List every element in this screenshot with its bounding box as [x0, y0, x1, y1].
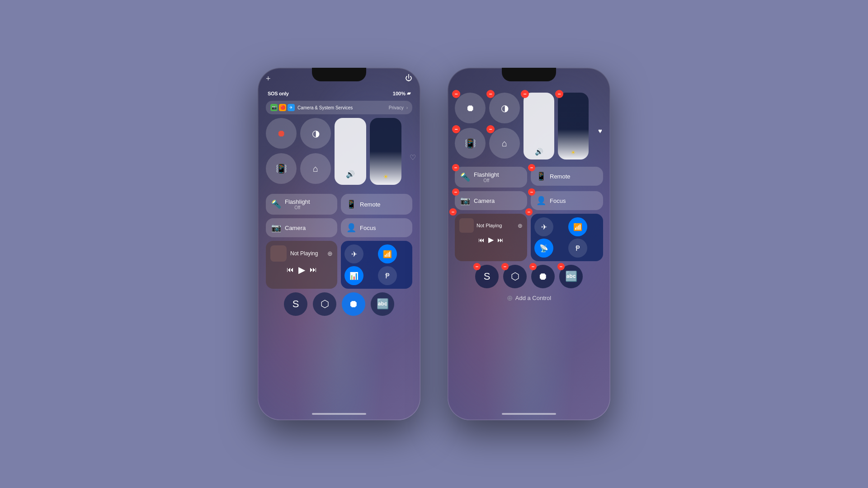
edit-remote-btn[interactable]: 📱 Remote — [531, 167, 603, 186]
minus-conn[interactable]: − — [525, 208, 533, 216]
action-buttons-row: 🔦 Flashlight Off 📱 Remote — [266, 194, 412, 215]
add-control-icon: ⊕ — [507, 294, 513, 302]
rewind-btn[interactable]: ⏮ — [287, 266, 294, 274]
flashlight-btn[interactable]: 🔦 Flashlight Off — [266, 194, 337, 215]
minus-record-btm[interactable]: − — [529, 263, 537, 270]
layers-btn[interactable]: ⬡ — [313, 292, 336, 316]
phone-2: ⏺ − ◑ − 📳 − — [448, 68, 610, 420]
minus-badge-bright[interactable]: − — [555, 90, 563, 98]
minus-badge-home[interactable]: − — [486, 125, 495, 133]
shazam-btn[interactable]: S — [284, 292, 307, 316]
edit-focus-btn[interactable]: 👤 Focus — [531, 191, 603, 210]
remote-label: Remote — [360, 201, 381, 208]
left-buttons-grid: ⏺ ◑ 📳 ⌂ — [266, 118, 331, 185]
volume-slider[interactable]: 🔊 — [335, 118, 366, 185]
media-artwork — [270, 245, 287, 262]
media-controls: ⏮ ▶ ⏭ — [270, 264, 333, 275]
edit-silent-btn[interactable]: 📳 — [455, 128, 486, 159]
home-btn[interactable]: ⌂ — [300, 153, 331, 184]
edit-volume-slider[interactable]: 🔊 − — [524, 93, 554, 160]
flashlight-sub: Off — [285, 205, 310, 210]
minus-translate[interactable]: − — [557, 263, 565, 270]
minus-badge-silent[interactable]: − — [452, 125, 460, 133]
edit-brightness-icon: ☀ — [571, 149, 576, 156]
minus-shazam[interactable]: − — [473, 263, 481, 270]
edit-airplay-icon[interactable]: ⊕ — [518, 222, 523, 229]
minus-camera[interactable]: − — [452, 188, 459, 196]
edit-silent-icon: 📳 — [465, 138, 476, 149]
edit-play[interactable]: ▶ — [488, 235, 494, 244]
record-btn[interactable]: ⏺ — [342, 292, 365, 316]
top-controls-row: ⏺ ◑ 📳 ⌂ 🔊 — [266, 118, 412, 185]
edit-bluetooth-btn[interactable]: Ᵽ — [568, 239, 587, 258]
connectivity-card: ✈ 📶 📊 Ᵽ — [341, 241, 412, 289]
edit-brightness-slider[interactable]: ☀ − — [558, 93, 589, 160]
dark-mode-btn[interactable]: ◑ — [300, 118, 331, 149]
battery-icon: ▰ — [407, 90, 410, 96]
silent-icon: 📳 — [276, 163, 287, 174]
edit-flashlight-label: Flashlight — [474, 171, 499, 178]
edit-home-wrapper: ⌂ − — [489, 128, 520, 160]
scene: + ⏻ SOS only 100% ▰ 📷 🔴 ✈ Camera & Syste… — [258, 68, 610, 420]
minus-media[interactable]: − — [449, 208, 457, 216]
edit-rewind[interactable]: ⏮ — [478, 235, 485, 244]
minus-flashlight[interactable]: − — [452, 164, 459, 171]
edit-flashlight-wrapper: 🔦 Flashlight Off − — [455, 167, 527, 188]
edit-not-playing: Not Playing — [476, 223, 502, 228]
home-indicator-2 — [502, 413, 556, 415]
minus-layers[interactable]: − — [501, 263, 509, 270]
edit-flashlight-btn[interactable]: 🔦 Flashlight Off — [455, 167, 527, 188]
edit-camera-label: Camera — [474, 197, 495, 204]
edit-record-btn[interactable]: ⏺ — [455, 93, 486, 123]
phone-1: + ⏻ SOS only 100% ▰ 📷 🔴 ✈ Camera & Syste… — [258, 68, 420, 420]
bluetooth-btn[interactable]: Ᵽ — [378, 266, 397, 285]
camera-btn[interactable]: 📷 Camera — [266, 218, 337, 237]
media-card: Not Playing ⊕ ⏮ ▶ ⏭ — [266, 241, 337, 289]
edit-cellular-btn[interactable]: 📡 — [534, 239, 553, 258]
focus-label: Focus — [360, 225, 376, 231]
edit-translate-wrapper: 🔤 − — [559, 265, 583, 288]
minus-focus[interactable]: − — [528, 188, 535, 196]
fast-forward-btn[interactable]: ⏭ — [310, 266, 317, 274]
cellular-btn[interactable]: 📊 — [344, 266, 363, 285]
remote-btn[interactable]: 📱 Remote — [341, 194, 412, 215]
silent-btn[interactable]: 📳 — [266, 153, 297, 184]
airplay-icon[interactable]: ⊕ — [327, 250, 333, 257]
add-control-bar[interactable]: ⊕ Add a Control — [455, 292, 603, 304]
edit-buttons-grid: ⏺ − ◑ − 📳 − — [455, 93, 520, 160]
minus-badge-dark[interactable]: − — [486, 90, 495, 98]
edit-action-row-1: 🔦 Flashlight Off − 📱 Remote − — [455, 167, 603, 188]
edit-home-btn[interactable]: ⌂ — [489, 128, 520, 159]
action-buttons-row-2: 📷 Camera 👤 Focus — [266, 218, 412, 237]
translate-btn[interactable]: 🔤 — [371, 292, 394, 316]
edit-home-icon: ⌂ — [502, 138, 507, 149]
edit-dark-btn[interactable]: ◑ — [489, 93, 520, 123]
screen-record-btn[interactable]: ⏺ — [266, 118, 297, 149]
edit-remote-label: Remote — [550, 173, 571, 180]
edit-ffwd[interactable]: ⏭ — [497, 235, 504, 244]
play-btn[interactable]: ▶ — [298, 264, 305, 275]
minus-remote[interactable]: − — [528, 164, 535, 171]
edit-record-icon: ⏺ — [466, 103, 475, 113]
notch-2 — [502, 68, 556, 81]
flashlight-icon: 🔦 — [271, 199, 281, 209]
notification-banner[interactable]: 📷 🔴 ✈ Camera & System Services Privacy › — [266, 101, 412, 114]
edit-conn-grid: ✈ 📶 📡 Ᵽ — [534, 217, 599, 258]
airplane-btn[interactable]: ✈ — [344, 244, 363, 263]
edit-record-btm-wrapper: ⏺ − — [531, 265, 555, 288]
wifi-btn[interactable]: 📶 — [378, 244, 397, 263]
notif-privacy: Privacy — [389, 105, 404, 110]
edit-wifi-btn[interactable]: 📶 — [568, 217, 587, 236]
edit-camera-btn[interactable]: 📷 Camera — [455, 191, 527, 210]
edit-airplane-btn[interactable]: ✈ — [534, 217, 553, 236]
flashlight-label: Flashlight — [285, 198, 310, 205]
minus-badge-record[interactable]: − — [452, 90, 460, 98]
edit-flashlight-text: Flashlight Off — [474, 171, 499, 183]
heart-icon: ♡ — [410, 153, 416, 162]
edit-layers-wrapper: ⬡ − — [503, 265, 527, 288]
edit-top-row: ⏺ − ◑ − 📳 − — [455, 93, 603, 160]
minus-badge-vol[interactable]: − — [521, 90, 529, 98]
brightness-slider[interactable]: ☀ — [370, 118, 401, 185]
focus-btn[interactable]: 👤 Focus — [341, 218, 412, 237]
status-bar-1: SOS only 100% ▰ — [266, 90, 412, 96]
